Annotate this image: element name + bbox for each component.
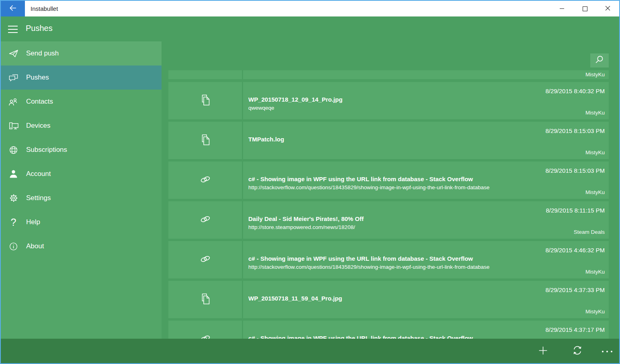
sidebar-item-label: Devices	[26, 122, 50, 130]
search-icon	[595, 55, 604, 66]
link-icon	[199, 175, 211, 185]
back-button[interactable]	[1, 1, 25, 16]
push-type-cell	[168, 122, 242, 159]
sidebar-item-subscriptions[interactable]: Subscriptions	[1, 138, 162, 162]
push-row[interactable]: 8/29/2015 4:46:32 PM c# - Showing image …	[168, 241, 609, 278]
push-row[interactable]: 8/29/2015 8:15:03 PM TMPatch.log MistyKu	[168, 122, 609, 159]
push-subtitle: http://store.steampowered.com/news/18208…	[248, 224, 603, 230]
sidebar-item-settings[interactable]: Settings	[1, 186, 162, 210]
sidebar-menu: Send push Pushes Contacts Devices Subscr…	[1, 41, 162, 363]
close-button[interactable]	[596, 1, 619, 16]
push-body-cell: 8/29/2015 8:40:32 PM WP_20150718_12_09_1…	[243, 82, 609, 119]
file-icon	[199, 133, 211, 148]
contacts-icon	[8, 98, 19, 106]
push-timestamp: 8/29/2015 4:46:32 PM	[545, 247, 605, 254]
push-sender: MistyKu	[585, 269, 605, 275]
more-button[interactable]	[596, 339, 618, 363]
push-body-cell: MistyKu	[243, 70, 609, 79]
push-sender: MistyKu	[585, 149, 605, 155]
about-icon	[8, 242, 19, 251]
push-subtitle: qwewqeqe	[248, 105, 603, 111]
close-icon	[605, 6, 610, 12]
link-icon	[199, 215, 211, 225]
push-timestamp: 8/29/2015 8:11:15 PM	[546, 207, 605, 214]
push-timestamp: 8/29/2015 4:37:33 PM	[545, 286, 605, 293]
sidebar-item-help[interactable]: ? Help	[1, 210, 162, 234]
sidebar-item-about[interactable]: About	[1, 234, 162, 258]
file-icon	[199, 292, 211, 307]
send-icon	[8, 49, 19, 58]
push-title: Daily Deal - Sid Meier's Pirates!, 80% O…	[248, 215, 603, 222]
sidebar-item-label: Account	[26, 170, 51, 178]
push-row[interactable]: 8/29/2015 4:37:33 PM WP_20150718_11_59_0…	[168, 281, 609, 318]
globe-icon	[8, 145, 19, 155]
push-sender: MistyKu	[585, 110, 605, 116]
sidebar-item-label: Contacts	[26, 98, 53, 106]
chat-icon	[8, 73, 19, 82]
sidebar: Pushes Send push Pushes Contacts Devices…	[1, 16, 162, 363]
push-title: TMPatch.log	[248, 136, 603, 143]
maximize-button[interactable]	[573, 1, 596, 16]
push-sender: MistyKu	[585, 72, 605, 78]
push-title: c# - Showing image in WPF using the URL …	[248, 176, 603, 182]
push-type-cell	[168, 201, 242, 239]
push-row[interactable]: 8/29/2015 8:11:15 PM Daily Deal - Sid Me…	[168, 201, 609, 239]
search-button[interactable]	[590, 53, 609, 67]
sidebar-item-label: Subscriptions	[26, 146, 67, 154]
push-timestamp: 8/29/2015 8:15:03 PM	[545, 127, 605, 134]
push-body-cell: 8/29/2015 8:11:15 PM Daily Deal - Sid Me…	[243, 201, 609, 239]
add-icon	[538, 345, 548, 357]
push-list-pane: MistyKu 8/29/2015 8:40:32 PM WP_20150718…	[162, 16, 619, 363]
sidebar-item-label: About	[26, 242, 44, 250]
push-type-cell	[168, 162, 242, 199]
push-sender: MistyKu	[585, 189, 605, 195]
push-body-cell: 8/29/2015 8:15:03 PM TMPatch.log MistyKu	[243, 122, 609, 159]
sidebar-item-label: Help	[26, 218, 40, 226]
push-type-cell	[168, 281, 242, 318]
push-type-cell	[168, 70, 242, 79]
sidebar-item-devices[interactable]: Devices	[1, 114, 162, 138]
sidebar-item-pushes[interactable]: Pushes	[1, 65, 162, 90]
push-type-cell	[168, 82, 242, 119]
hamburger-button[interactable]	[8, 26, 18, 33]
sidebar-item-contacts[interactable]: Contacts	[1, 90, 162, 114]
settings-icon	[8, 193, 19, 203]
add-button[interactable]	[532, 339, 554, 363]
push-body-cell: 8/29/2015 4:37:33 PM WP_20150718_11_59_0…	[243, 281, 609, 318]
push-title: WP_20150718_12_09_14_Pro.jpg	[248, 96, 603, 103]
file-icon	[199, 94, 211, 108]
sidebar-item-label: Pushes	[26, 74, 49, 82]
push-list: MistyKu 8/29/2015 8:40:32 PM WP_20150718…	[168, 70, 609, 360]
push-type-cell	[168, 241, 242, 278]
sidebar-item-send-push[interactable]: Send push	[1, 41, 162, 65]
help-icon: ?	[8, 217, 19, 227]
push-subtitle: http://stackoverflow.com/questions/18435…	[248, 184, 603, 190]
more-icon	[601, 348, 613, 354]
push-row[interactable]: 8/29/2015 8:40:32 PM WP_20150718_12_09_1…	[168, 82, 609, 119]
account-icon	[8, 170, 19, 178]
sidebar-item-account[interactable]: Account	[1, 162, 162, 186]
titlebar: Instabullet	[1, 1, 619, 16]
hamburger-icon	[8, 26, 18, 27]
window-title: Instabullet	[31, 5, 58, 12]
push-timestamp: 8/29/2015 4:37:17 PM	[545, 326, 605, 333]
appbar	[1, 339, 619, 363]
push-sender: MistyKu	[585, 309, 605, 315]
push-row[interactable]: 8/29/2015 8:15:03 PM c# - Showing image …	[168, 162, 609, 199]
refresh-icon	[572, 345, 583, 357]
app-content-region: Pushes Send push Pushes Contacts Devices…	[1, 16, 619, 363]
sidebar-header: Pushes	[1, 16, 162, 41]
push-row[interactable]: MistyKu	[168, 70, 609, 79]
push-timestamp: 8/29/2015 8:15:03 PM	[545, 167, 605, 174]
push-body-cell: 8/29/2015 4:46:32 PM c# - Showing image …	[243, 241, 609, 278]
page-title: Pushes	[26, 24, 53, 33]
push-sender: Steam Deals	[574, 229, 605, 235]
minimize-button[interactable]	[550, 1, 573, 16]
refresh-button[interactable]	[566, 339, 589, 363]
sidebar-item-label: Send push	[26, 49, 59, 57]
app-window: Instabullet Pushes Send push	[0, 0, 620, 364]
back-icon	[8, 4, 17, 14]
maximize-icon	[583, 6, 587, 11]
minimize-icon	[560, 8, 564, 9]
push-title: c# - Showing image in WPF using the URL …	[248, 255, 603, 262]
